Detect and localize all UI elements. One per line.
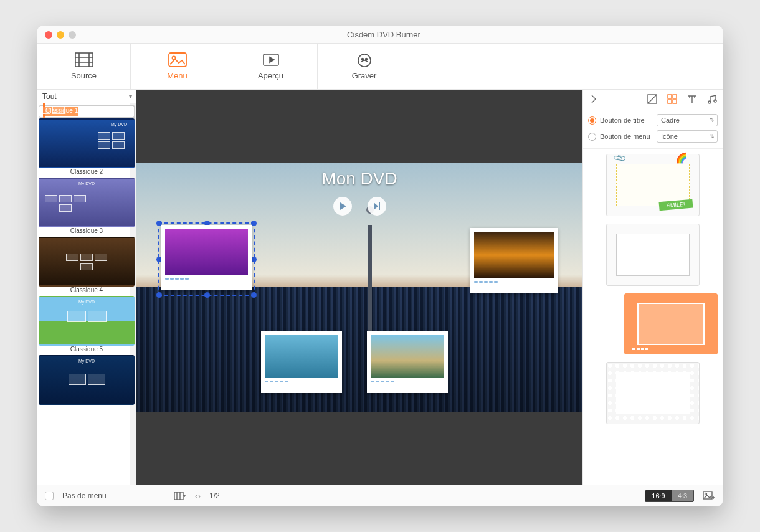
preview-icon: [262, 52, 280, 67]
menu-layout-icon: [168, 52, 187, 67]
svg-rect-14: [379, 202, 380, 210]
properties-panel: Bouton de titre Cadre ⇅ Bouton de menu I…: [582, 90, 723, 485]
page-indicator: 1/2: [209, 492, 220, 500]
aspect-ratio-toggle: 16:9 4:3: [645, 490, 694, 502]
frame-style-stamp[interactable]: [606, 362, 700, 424]
svg-point-25: [708, 101, 711, 103]
next-button[interactable]: [368, 197, 386, 216]
svg-rect-5: [169, 53, 186, 67]
tab-graver[interactable]: Graver: [318, 44, 411, 89]
menu-stage[interactable]: Mon DVD: [136, 163, 582, 411]
menu-button-select[interactable]: Icône ⇅: [657, 130, 718, 143]
titlebar: Cisdem DVD Burner: [37, 26, 723, 44]
tab-source-label: Source: [71, 71, 97, 80]
frame-styles-list[interactable]: SMILE!: [583, 149, 723, 485]
ratio-4-3[interactable]: 4:3: [672, 490, 693, 501]
template-item-3[interactable]: My DVD Classique 3: [39, 178, 135, 236]
resize-handle[interactable]: [251, 221, 257, 226]
nav-arrows[interactable]: ‹›: [195, 491, 201, 501]
caret-down-icon: ▾: [129, 93, 132, 100]
option-label: Bouton de menu: [600, 133, 650, 140]
add-chapter-icon[interactable]: [174, 490, 186, 501]
chapter-frame-4[interactable]: [367, 331, 448, 393]
radio-menu-button[interactable]: [588, 133, 596, 141]
film-icon: [75, 52, 93, 67]
svg-rect-0: [75, 53, 93, 67]
resize-handle[interactable]: [251, 257, 257, 262]
tab-menu-label: Menu: [167, 71, 188, 80]
filter-label: Tout: [42, 92, 57, 101]
svg-rect-17: [668, 95, 672, 98]
tab-graver-label: Graver: [352, 71, 377, 80]
add-background-icon[interactable]: [703, 490, 715, 501]
svg-point-26: [714, 100, 716, 102]
template-label: Classique 5: [39, 346, 135, 354]
template-item-2[interactable]: My DVD Classique 2: [39, 118, 135, 177]
svg-marker-12: [340, 202, 346, 210]
frames-icon[interactable]: [667, 93, 678, 105]
music-icon[interactable]: [706, 93, 718, 105]
tab-menu[interactable]: Menu: [131, 44, 224, 89]
no-menu-label: Pas de menu: [62, 492, 107, 500]
template-sidebar: Tout ▾ My DVD Classique 1 My DVD Classiq…: [37, 90, 136, 485]
title-button-select[interactable]: Cadre ⇅: [657, 114, 718, 126]
text-icon[interactable]: [686, 93, 698, 105]
frame-style-selected[interactable]: [624, 293, 718, 354]
template-item-4[interactable]: Classique 4: [39, 237, 135, 295]
next-page[interactable]: ›: [197, 491, 201, 501]
resize-handle[interactable]: [204, 292, 210, 298]
template-list[interactable]: My DVD Classique 1 My DVD Classique 2 My…: [37, 103, 136, 485]
no-style-icon[interactable]: [647, 93, 658, 105]
dvd-title[interactable]: Mon DVD: [136, 169, 582, 189]
chapter-frame-3[interactable]: [261, 331, 342, 393]
no-menu-checkbox[interactable]: [45, 492, 54, 500]
svg-point-11: [365, 59, 367, 60]
template-label: Classique 2: [39, 168, 135, 177]
tab-source[interactable]: Source: [37, 44, 131, 89]
bottom-toolbar: Pas de menu ‹› 1/2 16:9 4:3: [37, 485, 723, 506]
option-label: Bouton de titre: [600, 116, 645, 124]
preview-area: Mon DVD: [136, 90, 582, 485]
svg-line-16: [648, 95, 656, 103]
svg-rect-18: [673, 95, 677, 98]
play-button[interactable]: [333, 197, 352, 216]
svg-rect-27: [174, 492, 183, 500]
frame-style-smile[interactable]: SMILE!: [606, 154, 700, 216]
template-item-1[interactable]: My DVD Classique 1: [39, 105, 135, 118]
svg-point-10: [361, 59, 363, 60]
svg-marker-8: [270, 57, 274, 62]
template-label: Classique 3: [39, 227, 135, 236]
ratio-16-9[interactable]: 16:9: [645, 490, 671, 501]
frame-style-plain[interactable]: [606, 224, 700, 286]
chapter-frame-2[interactable]: [470, 228, 558, 293]
main-tabs: Source Menu Aperçu Graver: [37, 44, 723, 90]
app-window: Cisdem DVD Burner Source Menu Aperçu Gra…: [37, 26, 723, 506]
chevron-right-icon[interactable]: [588, 93, 599, 105]
template-label: Classique 4: [39, 287, 135, 295]
template-filter-dropdown[interactable]: Tout ▾: [37, 90, 136, 103]
window-title: Cisdem DVD Burner: [45, 30, 723, 39]
svg-rect-19: [668, 100, 672, 103]
svg-rect-20: [673, 100, 677, 103]
template-item-5[interactable]: My DVD Classique 5: [39, 296, 135, 354]
template-item-6[interactable]: My DVD: [39, 355, 135, 414]
burn-icon: [355, 52, 374, 67]
svg-marker-13: [374, 202, 378, 210]
radio-title-button[interactable]: [588, 116, 596, 125]
svg-point-33: [705, 493, 707, 495]
tab-apercu[interactable]: Aperçu: [224, 44, 318, 89]
tab-apercu-label: Aperçu: [258, 71, 283, 80]
template-label: [39, 405, 135, 414]
chapter-frame-1[interactable]: [161, 225, 252, 290]
